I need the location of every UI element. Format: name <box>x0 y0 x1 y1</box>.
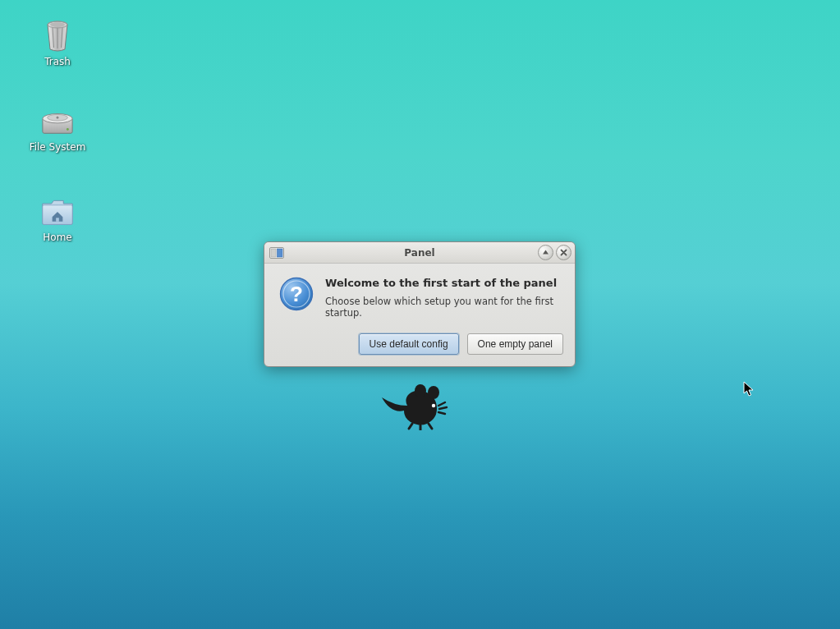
use-default-config-button[interactable]: Use default config <box>359 333 459 355</box>
desktop-icon-trash[interactable]: Trash <box>25 20 90 67</box>
window-close-button[interactable] <box>556 245 571 260</box>
home-folder-icon <box>41 195 74 228</box>
dialog-title: Panel <box>264 247 575 259</box>
svg-point-9 <box>57 117 59 119</box>
dialog-subtext: Choose below which setup you want for th… <box>325 296 560 319</box>
dialog-titlebar[interactable]: Panel <box>264 242 575 264</box>
dialog-heading: Welcome to the first start of the panel <box>325 277 560 289</box>
desktop-icon-label: Home <box>25 232 90 243</box>
xfce-mouse-logo <box>379 381 461 434</box>
desktop-icon-file-system[interactable]: File System <box>25 105 90 153</box>
question-icon: ? <box>279 277 314 319</box>
one-empty-panel-button[interactable]: One empty panel <box>467 333 563 355</box>
window-up-button[interactable] <box>538 245 553 260</box>
mouse-cursor <box>743 381 755 401</box>
desktop-icon-home[interactable]: Home <box>25 195 90 243</box>
trash-icon <box>41 20 74 53</box>
svg-rect-12 <box>56 218 59 222</box>
panel-dialog: Panel ? Welcome to the f <box>264 241 576 367</box>
svg-point-10 <box>67 128 69 131</box>
svg-point-5 <box>50 22 65 27</box>
desktop-icon-label: Trash <box>25 56 90 67</box>
svg-rect-14 <box>271 249 276 257</box>
svg-rect-15 <box>278 249 283 257</box>
desktop-icon-label: File System <box>25 141 90 153</box>
drive-icon <box>41 105 74 138</box>
svg-point-20 <box>428 386 439 399</box>
svg-text:?: ? <box>290 282 303 306</box>
window-menu-icon[interactable] <box>269 246 284 259</box>
svg-point-19 <box>415 384 426 397</box>
svg-point-21 <box>432 404 435 407</box>
